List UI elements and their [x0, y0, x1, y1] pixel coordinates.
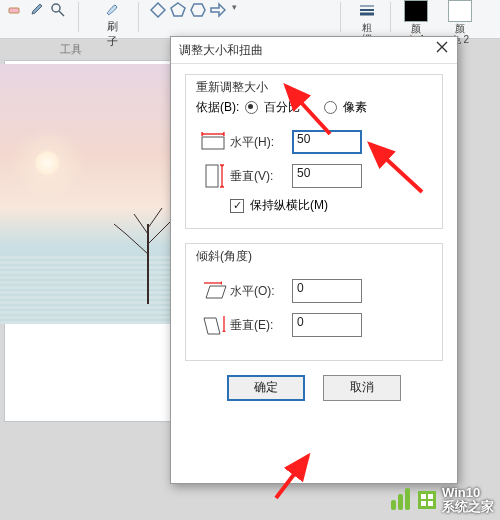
- resize-group: 重新调整大小 依据(B): 百分比 像素 水平(H): 50 垂: [185, 74, 443, 229]
- svg-line-10: [148, 208, 162, 228]
- svg-rect-14: [206, 165, 218, 187]
- color-1-swatch: [404, 0, 428, 22]
- photo-tree: [106, 184, 180, 304]
- radio-percent-label[interactable]: 百分比: [264, 99, 300, 116]
- ok-button[interactable]: 确定: [227, 375, 305, 401]
- shapes-more-icon: ▾: [232, 2, 237, 38]
- resize-skew-dialog: 调整大小和扭曲 重新调整大小 依据(B): 百分比 像素 水平(H): 50: [170, 36, 458, 484]
- skew-v-label: 垂直(E):: [230, 317, 292, 334]
- radio-pixels-label[interactable]: 像素: [343, 99, 367, 116]
- svg-line-11: [114, 224, 126, 234]
- watermark: Win10系统之家: [391, 486, 494, 514]
- basis-label: 依据(B):: [196, 99, 239, 116]
- eraser-icon: [6, 2, 22, 18]
- hexagon-icon: [190, 2, 206, 18]
- pentagon-icon: [170, 2, 186, 18]
- resize-legend: 重新调整大小: [194, 79, 270, 96]
- photo-sun: [34, 150, 60, 176]
- shapes-gallery[interactable]: ▾: [150, 0, 237, 38]
- resize-basis-row: 依据(B): 百分比 像素: [196, 99, 367, 116]
- svg-rect-0: [9, 8, 19, 13]
- resize-v-label: 垂直(V):: [230, 168, 292, 185]
- color-2-selector[interactable]: 颜 色 2: [444, 0, 476, 38]
- skew-h-input[interactable]: 0: [292, 279, 362, 303]
- svg-point-1: [52, 4, 60, 12]
- lock-aspect-label[interactable]: 保持纵横比(M): [250, 197, 328, 214]
- arrow-right-shape-icon: [210, 2, 226, 18]
- skew-horizontal-icon: [196, 278, 230, 304]
- skew-vertical-icon: [196, 312, 230, 338]
- svg-rect-15: [421, 494, 426, 499]
- magnifier-tool[interactable]: [50, 0, 66, 38]
- resize-vertical-icon: [196, 163, 230, 189]
- resize-horizontal-icon: [196, 129, 230, 155]
- watermark-bars-icon: [391, 488, 412, 513]
- svg-line-8: [148, 224, 168, 244]
- resize-h-label: 水平(H):: [230, 134, 292, 151]
- skew-v-input[interactable]: 0: [292, 313, 362, 337]
- color-2-swatch: [448, 0, 472, 22]
- svg-line-7: [126, 234, 148, 254]
- line-weight-icon: [359, 2, 375, 18]
- separator: [340, 2, 341, 32]
- diamond-icon: [150, 2, 166, 18]
- svg-line-9: [134, 214, 148, 234]
- ribbon-toolbar: 刷 子 ▾ 粗 细 颜 色 1 颜 色 2: [0, 0, 500, 39]
- separator: [138, 2, 139, 32]
- lock-aspect-checkbox[interactable]: ✓: [230, 199, 244, 213]
- cancel-button[interactable]: 取消: [323, 375, 401, 401]
- svg-rect-13: [202, 137, 224, 149]
- separator: [78, 2, 79, 32]
- close-button[interactable]: [433, 41, 451, 59]
- color-picker-tool[interactable]: [28, 0, 44, 38]
- svg-line-2: [59, 11, 64, 16]
- dialog-titlebar[interactable]: 调整大小和扭曲: [171, 37, 457, 64]
- svg-rect-18: [428, 501, 433, 506]
- skew-legend: 倾斜(角度): [194, 248, 254, 265]
- watermark-text: Win10系统之家: [442, 486, 494, 514]
- eraser-tool[interactable]: [6, 0, 22, 38]
- brushes-dropdown[interactable]: 刷 子: [94, 0, 130, 38]
- brush-icon: [104, 2, 120, 18]
- brush-label: 刷 子: [94, 19, 130, 49]
- watermark-windows-icon: [418, 491, 436, 509]
- close-icon: [436, 41, 448, 53]
- dialog-title: 调整大小和扭曲: [179, 43, 263, 57]
- line-weight-dropdown[interactable]: 粗 细: [352, 0, 382, 38]
- radio-percent[interactable]: [245, 101, 258, 114]
- svg-rect-17: [421, 501, 426, 506]
- tools-group-label: 工具: [60, 42, 82, 57]
- skew-h-label: 水平(O):: [230, 283, 292, 300]
- svg-rect-16: [428, 494, 433, 499]
- eyedropper-icon: [28, 2, 44, 18]
- canvas-image[interactable]: [0, 64, 180, 324]
- color-1-selector[interactable]: 颜 色 1: [400, 0, 432, 38]
- separator: [390, 2, 391, 32]
- resize-h-input[interactable]: 50: [292, 130, 362, 154]
- resize-v-input[interactable]: 50: [292, 164, 362, 188]
- radio-pixels[interactable]: [324, 101, 337, 114]
- magnifier-icon: [50, 2, 66, 18]
- skew-group: 倾斜(角度) 水平(O): 0 垂直(E): 0: [185, 243, 443, 361]
